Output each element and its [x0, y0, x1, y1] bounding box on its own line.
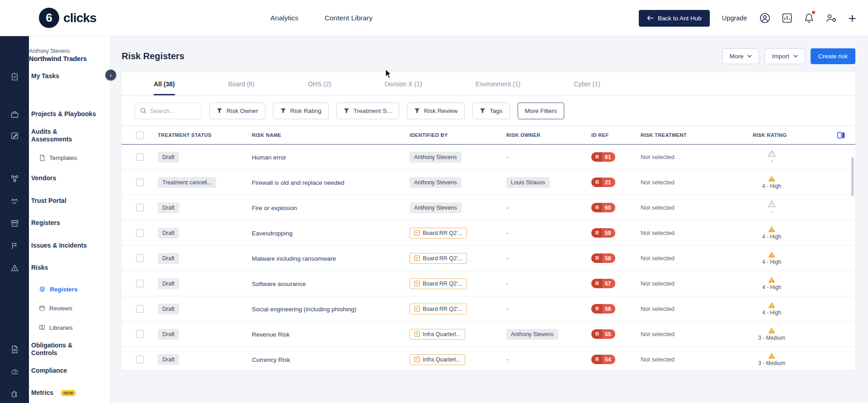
column-header[interactable]: Risk Rating — [753, 132, 826, 138]
table-row[interactable]: Draft Software assurance Board RR Q2'...… — [122, 271, 855, 296]
add-icon[interactable]: + — [848, 12, 856, 24]
nav-analytics[interactable]: Analytics — [270, 14, 298, 22]
user-icon[interactable] — [759, 12, 771, 24]
tab-environment[interactable]: Environment (1) — [476, 72, 521, 95]
sidebar-item-vendors[interactable]: Vendors — [0, 172, 110, 185]
risk-rating: 3 - Medium — [753, 327, 791, 342]
tab-division-x[interactable]: Division X (1) — [384, 72, 422, 95]
filter-treatment-status[interactable]: Treatment S... — [336, 103, 399, 119]
identified-by-tag-chip: Infra Quarterl... — [410, 329, 465, 340]
row-checkbox[interactable] — [136, 178, 144, 186]
sidebar-item-projects-playbooks[interactable]: Projects & Playbooks — [0, 108, 110, 121]
row-checkbox[interactable] — [136, 153, 144, 161]
table-scrollbar-thumb[interactable] — [851, 157, 854, 196]
table-row[interactable]: Draft Eavesdropping Board RR Q2'... - R5… — [122, 220, 855, 246]
sidebar-item-metrics[interactable]: Metrics NEW — [0, 386, 110, 400]
analytics-icon[interactable] — [781, 12, 793, 24]
warning-icon — [768, 225, 776, 233]
column-header[interactable]: Identified By — [410, 132, 506, 138]
column-header[interactable]: Risk Treatment — [641, 132, 753, 138]
risk-name-link[interactable]: Fire or explosion — [252, 205, 297, 211]
table-row[interactable]: Draft Malware including ransomware Board… — [122, 246, 855, 271]
nav-content-library[interactable]: Content Library — [325, 14, 373, 22]
sidebar-item-registers[interactable]: Registers — [0, 216, 110, 230]
more-filters-button[interactable]: More Filters — [518, 103, 564, 119]
row-checkbox[interactable] — [136, 204, 144, 211]
search-box[interactable] — [135, 103, 202, 119]
risk-rating: 4 - High — [753, 251, 791, 266]
sidebar-item-trust-portal[interactable]: Trust Portal — [0, 194, 110, 208]
row-checkbox[interactable] — [136, 229, 144, 237]
risk-name-link[interactable]: Revenue Risk — [252, 331, 290, 338]
select-all-checkbox[interactable] — [136, 131, 144, 139]
row-checkbox[interactable] — [136, 305, 144, 313]
import-button[interactable]: Import — [764, 48, 805, 64]
risk-treatment-value: Not selected — [641, 154, 753, 160]
table-row[interactable]: Treatment cancell... Firewall is old and… — [122, 170, 855, 195]
sidebar-item-obligations-controls[interactable]: Obligations & Controls — [0, 340, 110, 358]
sidebar-item-my-tasks[interactable]: My Tasks — [0, 70, 110, 83]
table-row[interactable]: Draft Human error Anthony Stevens - R61 … — [122, 145, 855, 170]
column-header[interactable]: Treatment Status — [158, 132, 252, 138]
tasks-icon — [0, 72, 29, 81]
identified-by-tag-chip: Board RR Q2'... — [410, 253, 467, 264]
id-number: 56 — [602, 304, 615, 314]
search-input[interactable] — [150, 108, 196, 114]
risk-register-card: All (38) Board (8) OHS (2) Division X (1… — [122, 72, 855, 370]
tab-ohs[interactable]: OHS (2) — [308, 72, 331, 95]
risk-name-link[interactable]: Malware including ransomware — [252, 255, 336, 262]
upgrade-link[interactable]: Upgrade — [722, 14, 747, 22]
identified-by-chip: Anthony Stevens — [410, 152, 462, 163]
risk-treatment-value: Not selected — [641, 280, 753, 287]
risk-name-link[interactable]: Social engineering (including phishing) — [252, 306, 356, 313]
row-checkbox[interactable] — [136, 280, 144, 287]
more-button[interactable]: More — [722, 48, 760, 64]
risk-name-link[interactable]: Currency Risk — [252, 356, 290, 363]
sidebar-item-compliance[interactable]: Compliance — [0, 364, 110, 378]
risk-rating: - — [753, 200, 791, 216]
filter-risk-owner[interactable]: Risk Owner — [209, 103, 265, 119]
table-row[interactable]: Draft Currency Risk Infra Quarterl... - … — [122, 347, 855, 370]
filter-risk-review[interactable]: Risk Review — [407, 103, 465, 119]
id-number: 55 — [602, 329, 615, 339]
user-settings-icon[interactable] — [825, 12, 838, 24]
id-prefix: R — [591, 178, 602, 187]
back-to-ant-hub-button[interactable]: Back to Ant Hub — [639, 10, 710, 27]
column-header[interactable]: Risk Name — [252, 132, 410, 138]
sidebar-collapse-button[interactable]: ‹ — [105, 70, 116, 80]
table-row[interactable]: Draft Social engineering (including phis… — [122, 296, 855, 322]
sidebar-item-label: Reviews — [49, 305, 72, 312]
brand-logo[interactable]: 6 clicks — [39, 8, 96, 28]
sidebar-item-audits-assessments[interactable]: Audits & Assessments — [0, 127, 110, 145]
id-prefix: R — [591, 152, 602, 162]
create-risk-button[interactable]: Create risk — [811, 48, 855, 64]
table-row[interactable]: Draft Fire or explosion Anthony Stevens … — [122, 195, 855, 220]
risk-name-link[interactable]: Eavesdropping — [252, 230, 292, 237]
row-checkbox[interactable] — [136, 330, 144, 338]
row-checkbox[interactable] — [136, 254, 144, 262]
sidebar-item-risks[interactable]: Risks — [0, 261, 110, 275]
id-ref-badge: R60 — [591, 203, 615, 212]
risk-name-link[interactable]: Human error — [252, 154, 286, 161]
row-checkbox[interactable] — [136, 356, 144, 363]
column-settings-icon[interactable] — [826, 132, 855, 139]
tab-all[interactable]: All (38) — [154, 72, 175, 95]
column-header[interactable]: ID Ref — [591, 132, 641, 138]
logo-circle: 6 — [39, 8, 59, 28]
filter-risk-rating[interactable]: Risk Rating — [273, 103, 329, 119]
table-row[interactable]: Draft Revenue Risk Infra Quarterl... Ant… — [122, 322, 855, 347]
sidebar-item-label: Obligations & Controls — [29, 342, 79, 357]
tab-cyber[interactable]: Cyber (1) — [574, 72, 600, 95]
notifications-bell-icon[interactable] — [803, 12, 815, 24]
filters-bar: Risk Owner Risk Rating Treatment S... Ri… — [122, 96, 855, 126]
tab-board[interactable]: Board (8) — [228, 72, 255, 95]
column-header[interactable]: Risk Owner — [506, 132, 591, 138]
risk-name-link[interactable]: Software assurance — [252, 281, 306, 287]
archive-icon — [0, 219, 29, 228]
handshake-icon — [0, 197, 29, 206]
filter-funnel-icon — [480, 108, 486, 114]
risk-name-link[interactable]: Firewall is old and replace needed — [252, 179, 344, 186]
sidebar-item-issues-incidents[interactable]: Issues & Incidents — [0, 239, 110, 253]
filter-tags[interactable]: Tags — [472, 103, 510, 119]
status-badge: Draft — [158, 329, 179, 340]
